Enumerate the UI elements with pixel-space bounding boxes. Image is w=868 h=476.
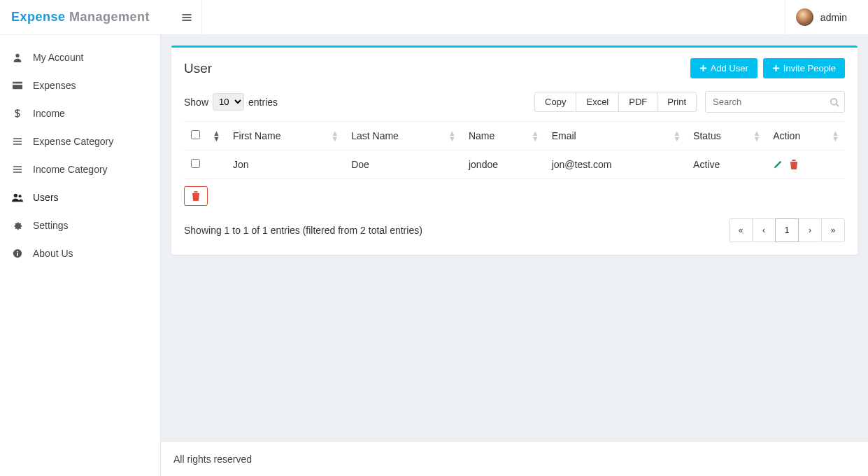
select-all-checkbox[interactable]: [191, 130, 200, 139]
user-icon: [10, 52, 24, 62]
sort-icon: ▲▼: [331, 130, 339, 141]
export-buttons: Copy Excel PDF Print: [535, 92, 697, 112]
content: User Add User Invite People Show 10: [161, 35, 868, 441]
excel-button[interactable]: Excel: [576, 92, 619, 112]
trash-icon: [192, 191, 200, 201]
sidebar-item-label: Users: [33, 192, 59, 203]
sidebar-item-expense-category[interactable]: Expense Category: [0, 127, 160, 155]
print-button[interactable]: Print: [657, 92, 697, 112]
length-select[interactable]: 10: [213, 93, 244, 111]
sidebar-item-settings[interactable]: Settings: [0, 211, 160, 239]
brand-logo[interactable]: Expense Management: [0, 0, 161, 34]
info-icon: [10, 248, 24, 258]
sidebar-item-label: Expense Category: [33, 136, 113, 147]
dollar-icon: [10, 108, 24, 118]
sidebar-item-label: My Account: [33, 52, 83, 63]
box-header: User Add User Invite People: [171, 48, 858, 85]
svg-point-4: [19, 195, 22, 197]
col-name[interactable]: Name▲▼: [462, 122, 545, 150]
navbar: admin: [161, 0, 868, 34]
plus-icon: [699, 64, 707, 72]
copy-button[interactable]: Copy: [534, 92, 576, 112]
gears-icon: [10, 220, 24, 230]
user-box: User Add User Invite People Show 10: [171, 46, 858, 255]
sidebar: My Account Expenses Income Expense Categ…: [0, 35, 161, 476]
avatar: [796, 8, 813, 26]
svg-point-8: [831, 98, 837, 104]
bars-icon: [182, 13, 192, 22]
search-wrap: [705, 91, 845, 113]
add-user-label: Add User: [711, 63, 748, 74]
sidebar-toggle-button[interactable]: [171, 0, 202, 34]
svg-rect-2: [13, 83, 22, 85]
table-row: Jon Doe jondoe jon@test.com Active: [184, 150, 845, 179]
invite-people-label: Invite People: [783, 63, 836, 74]
plus-icon: [772, 64, 780, 72]
main-header: Expense Management admin: [0, 0, 868, 35]
page-first-button[interactable]: «: [729, 218, 753, 242]
page-title: User: [184, 61, 212, 76]
sort-icon: ▲▼: [832, 130, 839, 141]
footer-text: All rights reserved: [173, 454, 252, 465]
sidebar-item-my-account[interactable]: My Account: [0, 43, 160, 71]
sidebar-item-income[interactable]: Income: [0, 99, 160, 127]
search-input[interactable]: [705, 91, 845, 113]
delete-button[interactable]: [790, 160, 798, 169]
table-header-row: ▲▼ First Name▲▼ Last Name▲▼ Name▲▼ Email…: [184, 122, 845, 150]
box-body: Show 10 entries Copy Excel PDF Print: [171, 91, 858, 255]
length-suffix: entries: [248, 97, 278, 108]
sort-icon: ▲▼: [448, 130, 456, 141]
sort-icon[interactable]: ▲▼: [213, 130, 220, 141]
length-control: Show 10 entries: [184, 93, 278, 111]
sidebar-item-label: About Us: [33, 248, 73, 259]
datatable-top-right: Copy Excel PDF Print: [535, 91, 845, 113]
sort-icon: ▲▼: [673, 130, 681, 141]
svg-rect-1: [13, 82, 22, 90]
list-icon: [10, 165, 24, 174]
brand-part2: Management: [69, 10, 150, 24]
header-actions: Add User Invite People: [690, 58, 845, 78]
col-action: Action▲▼: [766, 122, 845, 150]
sort-icon: ▲▼: [753, 130, 760, 141]
length-prefix: Show: [184, 97, 208, 108]
page-next-button[interactable]: ›: [798, 218, 822, 242]
col-status[interactable]: Status▲▼: [686, 122, 766, 150]
pdf-button[interactable]: PDF: [618, 92, 657, 112]
sidebar-item-users[interactable]: Users: [0, 183, 160, 211]
user-menu[interactable]: admin: [785, 0, 858, 34]
users-table: ▲▼ First Name▲▼ Last Name▲▼ Name▲▼ Email…: [184, 121, 845, 179]
edit-button[interactable]: [773, 160, 783, 169]
footer: All rights reserved: [161, 441, 868, 476]
sidebar-item-expenses[interactable]: Expenses: [0, 71, 160, 99]
page-last-button[interactable]: »: [821, 218, 845, 242]
add-user-button[interactable]: Add User: [690, 58, 757, 78]
sidebar-item-about-us[interactable]: About Us: [0, 239, 160, 267]
col-last-name[interactable]: Last Name▲▼: [344, 122, 462, 150]
svg-point-7: [17, 251, 18, 253]
invite-people-button[interactable]: Invite People: [763, 58, 845, 78]
sidebar-item-label: Expenses: [33, 80, 76, 91]
cell-email: jon@test.com: [545, 150, 686, 179]
cell-last-name: Doe: [344, 150, 462, 179]
list-icon: [10, 137, 24, 146]
cell-first-name: Jon: [226, 150, 344, 179]
pagination: « ‹ 1 › »: [730, 218, 845, 242]
svg-point-0: [15, 54, 19, 57]
svg-point-3: [14, 194, 17, 197]
page-number-button[interactable]: 1: [775, 218, 799, 242]
datatable-bottom: Showing 1 to 1 of 1 entries (filtered fr…: [184, 218, 845, 242]
row-checkbox[interactable]: [191, 159, 200, 168]
sidebar-item-label: Settings: [33, 220, 69, 231]
bulk-delete-button[interactable]: [184, 186, 208, 206]
cell-status: Active: [686, 150, 766, 179]
brand-part1: Expense: [11, 10, 66, 24]
cell-name: jondoe: [462, 150, 545, 179]
username-label: admin: [820, 12, 847, 23]
page-prev-button[interactable]: ‹: [752, 218, 776, 242]
sidebar-item-income-category[interactable]: Income Category: [0, 155, 160, 183]
col-first-name[interactable]: First Name▲▼: [226, 122, 344, 150]
sort-icon: ▲▼: [532, 130, 539, 141]
sidebar-item-label: Income: [33, 108, 65, 119]
search-icon: [830, 97, 839, 107]
col-email[interactable]: Email▲▼: [545, 122, 686, 150]
